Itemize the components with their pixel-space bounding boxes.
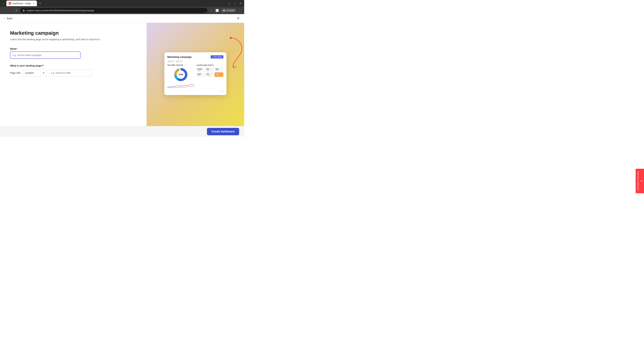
create-dashboard-button[interactable]: Create dashboard — [207, 128, 239, 135]
name-field-group: Name* — [10, 47, 136, 59]
name-input[interactable] — [10, 51, 80, 59]
address-bar: ← → ↻ 🔒 insights.hotjar.com/sites/381499… — [0, 7, 244, 14]
required-asterisk: * — [16, 47, 17, 50]
forward-nav-button[interactable]: → — [8, 8, 13, 13]
add-widget-button[interactable]: + Add widget — [211, 55, 224, 58]
contains-select-wrapper: contains equals starts with ends with ▼ — [23, 69, 46, 76]
right-panel: Marketing campaign + Add widget ● —— ● —… — [146, 23, 244, 126]
left-panel: Marketing campaign Learn how the landing… — [0, 23, 146, 126]
back-button[interactable]: ← Back — [3, 17, 12, 20]
page-subtitle: Learn how the landing page you're target… — [10, 37, 136, 41]
red-curve-decoration — [226, 36, 244, 70]
stat-cell-5: 9.5% ↑ 1% — [215, 72, 224, 77]
metrics-widget-header: Landing page metrics ⋯ — [196, 64, 224, 66]
stat-cell-0: 103.8k ↑ 12% — [196, 67, 205, 72]
preview-widgets: Top traffic channels ⋯ — [167, 64, 224, 89]
stat-cell-2: 56% ↑ 3% — [215, 67, 224, 72]
url-row: Page URL contains equals starts with end… — [10, 69, 136, 76]
landing-page-group: What is your landing page?* Page URL con… — [10, 64, 136, 76]
stat-val-4: 100 — [206, 73, 213, 75]
stat-val-1: 20k — [206, 68, 213, 70]
minimize-button[interactable]: ─ — [227, 1, 232, 6]
stat-sub-2: ↑ 3% — [216, 70, 222, 71]
stat-sub-1: ↑ 8% — [206, 70, 213, 71]
tab-title: Dashboard - Hotjar — [12, 2, 31, 5]
stat-sub-4: → 0% — [206, 75, 213, 76]
stat-sub-3: ↓ 2% — [197, 75, 204, 76]
traffic-widget-header: Top traffic channels ⋯ — [167, 64, 194, 66]
page-title: Marketing campaign — [10, 30, 136, 36]
preview-tab-1: ● —— — [167, 60, 174, 62]
url-display: insights.hotjar.com/sites/3814994/dashbo… — [26, 9, 94, 12]
stat-sub-0: ↑ 12% — [197, 70, 204, 71]
reload-button[interactable]: ↻ — [14, 8, 19, 13]
stat-val-0: 103.8k — [197, 68, 204, 70]
preview-tabs: ● —— ● —— — [167, 60, 224, 62]
url-input[interactable] — [48, 69, 92, 76]
traffic-widget: Top traffic channels ⋯ — [167, 64, 194, 89]
new-tab-button[interactable]: + — [38, 1, 42, 6]
preview-card-footer: ● ● ● — [167, 90, 224, 92]
close-window-button[interactable]: ✕ — [238, 1, 243, 6]
metrics-widget: Landing page metrics ⋯ 103.8k ↑ 12% 20k … — [196, 64, 224, 89]
preview-card: Marketing campaign + Add widget ● —— ● —… — [164, 52, 226, 95]
page-close-button[interactable]: ✕ — [236, 16, 241, 21]
stat-val-5: 9.5% — [216, 73, 222, 75]
url-condition-select[interactable]: contains equals starts with ends with — [23, 69, 46, 76]
back-arrow-icon: ← — [3, 17, 6, 20]
page-content: ← Back ✕ Marketing campaign Learn how th… — [0, 14, 244, 137]
svg-point-5 — [230, 37, 232, 39]
bottom-bar: Create dashboard — [0, 126, 244, 137]
lock-icon: 🔒 — [22, 9, 25, 11]
preview-tab-2: ● —— — [176, 60, 182, 62]
name-label: Name* — [10, 47, 136, 50]
menu-button[interactable]: ⋮ — [238, 8, 242, 13]
page-topbar: ← Back ✕ — [0, 14, 244, 23]
stats-grid: 103.8k ↑ 12% 20k ↑ 8% 56% ↑ 3% — [196, 67, 224, 77]
browser-chrome: ⌄ ⚡ Dashboard - Hotjar ✕ + ─ □ ✕ — [0, 0, 244, 7]
incognito-icon: 🕵 — [222, 9, 226, 12]
traffic-widget-title: Top traffic channels — [167, 64, 183, 66]
preview-card-title: Marketing campaign — [167, 55, 192, 58]
active-tab[interactable]: ⚡ Dashboard - Hotjar ✕ — [6, 0, 37, 6]
metrics-widget-title: Landing page metrics — [196, 64, 214, 66]
landing-page-label: What is your landing page?* — [10, 64, 136, 67]
mini-line-chart — [167, 83, 194, 89]
stat-cell-4: 100 → 0% — [206, 72, 214, 77]
tab-favicon: ⚡ — [9, 2, 11, 4]
back-label: Back — [7, 17, 12, 20]
stat-val-3: 4.53k — [197, 73, 204, 75]
donut-chart: 234k — [167, 67, 194, 82]
stat-val-2: 56% — [216, 68, 222, 70]
page-url-label: Page URL — [10, 71, 21, 74]
stat-cell-3: 4.53k ↓ 2% — [196, 72, 205, 77]
tab-list-toggle[interactable]: ⌄ — [1, 1, 5, 5]
landing-required-asterisk: * — [43, 64, 44, 67]
maximize-button[interactable]: □ — [232, 1, 237, 6]
bookmark-button[interactable]: ☆ — [209, 8, 214, 13]
traffic-widget-menu: ⋯ — [193, 64, 194, 66]
metrics-widget-menu: ⋯ — [222, 64, 224, 66]
tab-close-icon[interactable]: ✕ — [33, 2, 34, 4]
main-layout: Marketing campaign Learn how the landing… — [0, 23, 244, 126]
incognito-badge: 🕵 Incognito — [221, 8, 236, 12]
back-nav-button[interactable]: ← — [2, 8, 7, 13]
split-screen-button[interactable]: ⬜ — [215, 8, 220, 13]
prev-dots: ● ● ● — [220, 90, 224, 92]
stat-sub-5: ↑ 1% — [216, 75, 222, 76]
stat-cell-1: 20k ↑ 8% — [206, 67, 214, 72]
donut-center-value: 234k — [178, 73, 183, 76]
url-bar[interactable]: 🔒 insights.hotjar.com/sites/3814994/dash… — [20, 8, 208, 13]
preview-card-header: Marketing campaign + Add widget — [167, 55, 224, 58]
